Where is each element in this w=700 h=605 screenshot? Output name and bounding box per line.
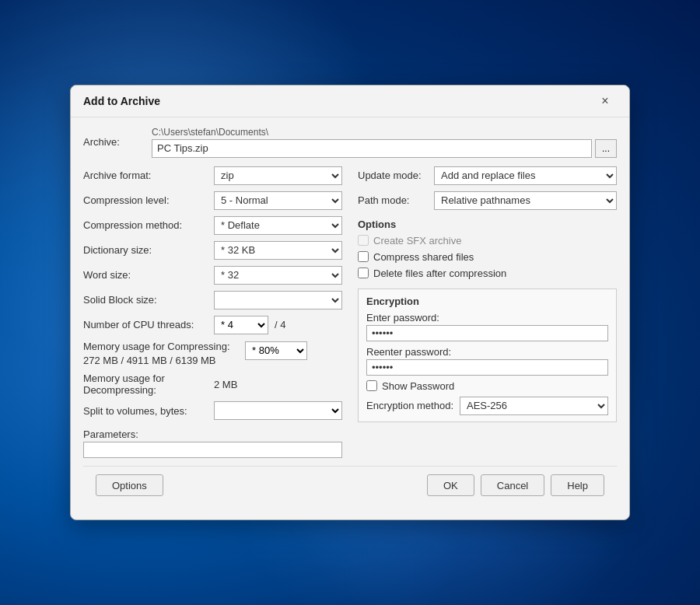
left-column: Archive format: zip 7z tar gz Compressio… xyxy=(83,166,342,458)
compression-method-row: Compression method: * Deflate Deflate64 … xyxy=(83,215,342,236)
encryption-method-select[interactable]: AES-256 ZipCrypto xyxy=(460,397,608,415)
dialog-content: Archive: C:\Users\stefan\Documents\ ... … xyxy=(71,117,629,519)
split-volumes-row: Split to volumes, bytes: xyxy=(83,400,342,421)
show-password-checkbox[interactable] xyxy=(366,380,377,391)
archive-row: Archive: C:\Users\stefan\Documents\ ... xyxy=(83,127,617,158)
encryption-method-label: Encryption method: xyxy=(366,400,453,411)
main-grid: Archive format: zip 7z tar gz Compressio… xyxy=(83,166,617,458)
update-mode-label: Update mode: xyxy=(358,170,428,181)
split-volumes-select[interactable] xyxy=(214,401,342,420)
memory-decompress-row: Memory usage for Decompressing: 2 MB xyxy=(83,372,342,396)
dictionary-size-label: Dictionary size: xyxy=(83,244,208,256)
enter-password-input[interactable] xyxy=(366,325,608,341)
create-sfx-checkbox[interactable] xyxy=(358,235,369,246)
dialog-titlebar: Add to Archive × xyxy=(71,86,629,117)
update-mode-row: Update mode: Add and replace files Updat… xyxy=(358,166,617,186)
archive-filename-input[interactable] xyxy=(152,139,592,158)
delete-files-row: Delete files after compression xyxy=(358,268,617,279)
ok-button[interactable]: OK xyxy=(427,474,474,496)
parameters-label: Parameters: xyxy=(83,428,208,440)
compression-level-select[interactable]: 0 - Store 1 - Fastest 3 - Fast 5 - Norma… xyxy=(214,191,342,210)
dialog-title: Add to Archive xyxy=(83,95,160,107)
reenter-password-row: Reenter password: xyxy=(366,346,608,376)
footer-left: Options xyxy=(96,474,163,496)
dictionary-size-row: Dictionary size: * 32 KB 64 KB xyxy=(83,240,342,261)
reenter-password-input[interactable] xyxy=(366,359,608,376)
delete-files-label: Delete files after compression xyxy=(373,268,506,279)
compress-shared-checkbox[interactable] xyxy=(358,251,369,262)
memory-compress-row: Memory usage for Compressing: 272 MB / 4… xyxy=(83,340,342,368)
solid-block-row: Solid Block size: xyxy=(83,290,342,310)
close-button[interactable]: × xyxy=(593,93,617,109)
cpu-threads-row: Number of CPU threads: * 1 * 2 * 4 * 8 /… xyxy=(83,315,342,335)
delete-files-checkbox[interactable] xyxy=(358,268,369,278)
footer-right: OK Cancel Help xyxy=(427,474,604,496)
right-column: Update mode: Add and replace files Updat… xyxy=(358,166,617,458)
cpu-threads-max: / 4 xyxy=(275,319,285,330)
memory-compress-label: Memory usage for Compressing: 272 MB / 4… xyxy=(83,340,239,368)
encryption-method-row: Encryption method: AES-256 ZipCrypto xyxy=(366,397,608,415)
split-volumes-label: Split to volumes, bytes: xyxy=(83,405,208,417)
update-mode-select[interactable]: Add and replace files Update and add fil… xyxy=(434,166,617,185)
compression-method-select[interactable]: * Deflate Deflate64 BZip2 xyxy=(214,216,342,235)
dialog-footer: Options OK Cancel Help xyxy=(83,466,617,507)
show-password-row: Show Password xyxy=(366,380,608,392)
word-size-label: Word size: xyxy=(83,269,208,281)
cancel-button[interactable]: Cancel xyxy=(481,474,544,496)
archive-format-select[interactable]: zip 7z tar gz xyxy=(214,166,342,185)
cpu-threads-control: * 1 * 2 * 4 * 8 / 4 xyxy=(214,316,285,334)
archive-label: Archive: xyxy=(83,136,145,148)
cpu-threads-label: Number of CPU threads: xyxy=(83,319,208,330)
word-size-row: Word size: * 32 64 xyxy=(83,265,342,285)
memory-compress-select[interactable]: * 80% 40% 60% 100% xyxy=(245,341,307,360)
solid-block-select[interactable] xyxy=(214,291,342,309)
add-to-archive-dialog: Add to Archive × Archive: C:\Users\stefa… xyxy=(70,85,630,520)
parameters-input[interactable] xyxy=(83,442,342,458)
dialog-overlay: Add to Archive × Archive: C:\Users\stefa… xyxy=(0,0,700,605)
cpu-threads-select[interactable]: * 1 * 2 * 4 * 8 xyxy=(214,316,268,334)
path-mode-label: Path mode: xyxy=(358,194,428,206)
reenter-password-label: Reenter password: xyxy=(366,346,608,358)
word-size-select[interactable]: * 32 64 xyxy=(214,266,342,285)
create-sfx-row: Create SFX archive xyxy=(358,235,617,247)
options-section-header: Options xyxy=(358,219,617,230)
compression-level-label: Compression level: xyxy=(83,194,208,206)
compression-method-label: Compression method: xyxy=(83,219,208,231)
memory-decompress-value: 2 MB xyxy=(214,379,237,390)
options-button[interactable]: Options xyxy=(96,474,163,496)
dictionary-size-select[interactable]: * 32 KB 64 KB xyxy=(214,241,342,260)
show-password-label: Show Password xyxy=(382,380,454,392)
archive-format-label: Archive format: xyxy=(83,170,208,181)
archive-format-row: Archive format: zip 7z tar gz xyxy=(83,166,342,186)
archive-path-hint: C:\Users\stefan\Documents\ xyxy=(152,127,617,138)
path-mode-select[interactable]: Relative pathnames Absolute pathnames No… xyxy=(434,191,617,210)
path-mode-row: Path mode: Relative pathnames Absolute p… xyxy=(358,191,617,211)
create-sfx-label: Create SFX archive xyxy=(373,235,461,247)
memory-decompress-label: Memory usage for Decompressing: xyxy=(83,372,208,396)
help-button[interactable]: Help xyxy=(551,474,604,496)
enter-password-label: Enter password: xyxy=(366,312,608,323)
compress-shared-label: Compress shared files xyxy=(373,251,474,263)
compress-shared-row: Compress shared files xyxy=(358,251,617,263)
archive-input-row: ... xyxy=(152,139,617,158)
parameters-row: Parameters: xyxy=(83,428,342,458)
compression-level-row: Compression level: 0 - Store 1 - Fastest… xyxy=(83,191,342,211)
encryption-section: Encryption Enter password: Reenter passw… xyxy=(358,289,617,422)
encryption-header: Encryption xyxy=(366,296,608,307)
solid-block-label: Solid Block size: xyxy=(83,294,208,306)
archive-browse-button[interactable]: ... xyxy=(595,139,617,158)
enter-password-row: Enter password: xyxy=(366,312,608,341)
archive-input-container: C:\Users\stefan\Documents\ ... xyxy=(152,127,617,158)
